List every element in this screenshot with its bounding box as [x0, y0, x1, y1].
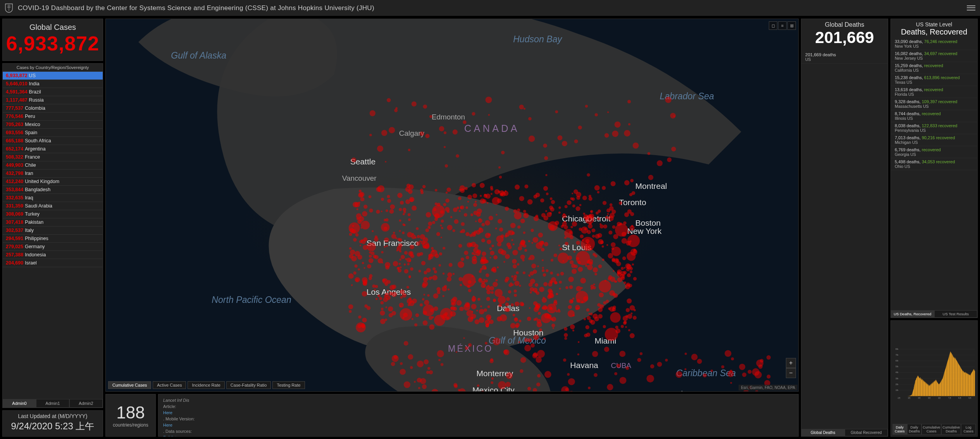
- basemap-icon[interactable]: ⊞: [787, 21, 796, 30]
- map-tab[interactable]: Cumulative Cases: [108, 381, 151, 389]
- svg-point-713: [629, 284, 632, 287]
- svg-point-340: [626, 308, 630, 312]
- chart-canvas[interactable]: 10k20k30k40k50k60k70k80k2月3月4月5月6月7月8月9月: [892, 324, 976, 424]
- svg-point-912: [424, 271, 427, 274]
- country-item[interactable]: 693,556Spain: [3, 129, 103, 137]
- deaths-tab[interactable]: Global Recovered: [845, 429, 888, 436]
- country-item[interactable]: 1,117,487Russia: [3, 96, 103, 104]
- country-item[interactable]: 432,798Iran: [3, 169, 103, 178]
- svg-point-65: [542, 267, 544, 269]
- map-tab[interactable]: Active Cases: [153, 381, 186, 389]
- country-item[interactable]: 776,546Peru: [3, 112, 103, 121]
- svg-point-658: [558, 252, 569, 264]
- admin-tab[interactable]: Admin2: [69, 399, 103, 408]
- state-item[interactable]: 15,238 deaths, 613,896 recoveredTexas US: [891, 74, 977, 86]
- chart-tab[interactable]: Daily Cases: [892, 424, 907, 435]
- state-list[interactable]: 33,090 deaths, 76,246 recoveredNew York …: [891, 38, 977, 310]
- chart-tab[interactable]: Cumulative Deaths: [941, 424, 961, 435]
- svg-point-512: [358, 268, 360, 270]
- country-list[interactable]: 6,933,872US5,646,010India4,591,364Brazil…: [3, 72, 103, 399]
- map-tab[interactable]: Case-Fatality Ratio: [226, 381, 271, 389]
- hamburger-menu-icon[interactable]: [967, 4, 975, 12]
- svg-text:30k: 30k: [896, 378, 899, 380]
- state-tab[interactable]: US Deaths, Recovered: [891, 310, 934, 318]
- country-item[interactable]: 5,646,010India: [3, 80, 103, 88]
- state-item[interactable]: 16,082 deaths, 34,697 recoveredNew Jerse…: [891, 50, 977, 62]
- map-panel[interactable]: Gulf of Alaska Hudson Bay North Pacific …: [105, 19, 799, 392]
- state-tab[interactable]: US Test Results: [934, 310, 978, 318]
- country-item[interactable]: 307,418Pakistan: [3, 218, 103, 226]
- svg-point-939: [528, 117, 532, 121]
- country-item[interactable]: 353,844Bangladesh: [3, 186, 103, 194]
- admin-tab[interactable]: Admin0: [3, 399, 36, 408]
- country-item[interactable]: 652,174Argentina: [3, 145, 103, 153]
- chart-tab[interactable]: Daily Deaths: [907, 424, 922, 435]
- svg-rect-1365: [952, 356, 953, 396]
- country-item[interactable]: 665,188South Africa: [3, 137, 103, 145]
- country-item[interactable]: 308,069Turkey: [3, 210, 103, 218]
- state-item[interactable]: 7,013 deaths, 90,216 recoveredMichigan U…: [891, 134, 977, 146]
- country-item[interactable]: 705,263Mexico: [3, 121, 103, 129]
- country-item[interactable]: 4,591,364Brazil: [3, 88, 103, 96]
- zoom-out-button[interactable]: −: [786, 368, 796, 378]
- svg-point-764: [387, 195, 390, 198]
- map-tab[interactable]: Testing Rate: [272, 381, 305, 389]
- state-item[interactable]: 15,259 deaths, recoveredCalifornia US: [891, 62, 977, 74]
- state-item[interactable]: 13,618 deaths, recoveredFlorida US: [891, 86, 977, 98]
- svg-point-868: [475, 251, 481, 256]
- country-item[interactable]: 777,537Colombia: [3, 104, 103, 112]
- global-deaths-list[interactable]: 201,669 deathsUS: [801, 51, 888, 429]
- country-item[interactable]: 204,690Israel: [3, 259, 103, 267]
- svg-rect-1269: [920, 377, 921, 396]
- svg-point-905: [400, 296, 403, 299]
- svg-point-1169: [594, 373, 598, 377]
- state-item[interactable]: 8,038 deaths, 122,833 recoveredPennsylva…: [891, 122, 977, 134]
- svg-point-521: [530, 271, 534, 276]
- state-item[interactable]: 6,769 deaths, recoveredGeorgia US: [891, 146, 977, 158]
- country-item[interactable]: 294,591Philippines: [3, 235, 103, 243]
- svg-point-928: [534, 195, 537, 199]
- deaths-tab[interactable]: Global Deaths: [801, 429, 845, 436]
- svg-point-839: [570, 226, 573, 228]
- country-item[interactable]: 412,240United Kingdom: [3, 178, 103, 186]
- country-item[interactable]: 331,359Saudi Arabia: [3, 202, 103, 210]
- svg-point-941: [529, 136, 535, 142]
- svg-point-859: [458, 261, 464, 268]
- svg-rect-1274: [922, 380, 922, 396]
- svg-point-408: [558, 245, 560, 247]
- legend-icon[interactable]: ≡: [778, 21, 787, 30]
- svg-point-515: [363, 282, 367, 286]
- country-item[interactable]: 302,537Italy: [3, 226, 103, 235]
- chart-tab[interactable]: Log Cases: [961, 424, 976, 435]
- bookmark-icon[interactable]: ◻: [769, 21, 777, 30]
- svg-point-61: [585, 325, 589, 329]
- country-item[interactable]: 508,322France: [3, 153, 103, 161]
- country-item[interactable]: 6,933,872US: [3, 72, 103, 80]
- svg-rect-1284: [925, 382, 926, 396]
- svg-point-97: [461, 258, 464, 261]
- svg-point-507: [491, 245, 494, 247]
- svg-point-164: [530, 287, 534, 291]
- country-item[interactable]: 257,388Indonesia: [3, 251, 103, 259]
- svg-point-537: [441, 220, 444, 223]
- country-item[interactable]: 279,025Germany: [3, 243, 103, 251]
- state-item[interactable]: 9,328 deaths, 109,397 recoveredMassachus…: [891, 98, 977, 110]
- svg-point-849: [460, 230, 462, 233]
- map-canvas[interactable]: Gulf of Alaska Hudson Bay North Pacific …: [106, 19, 798, 391]
- svg-point-732: [622, 256, 626, 260]
- state-item[interactable]: 33,090 deaths, 76,246 recoveredNew York …: [891, 38, 977, 50]
- svg-point-386: [376, 210, 380, 214]
- deaths-item[interactable]: 201,669 deathsUS: [801, 51, 888, 64]
- state-item[interactable]: 5,498 deaths, 34,053 recoveredOhio US: [891, 158, 977, 170]
- country-item[interactable]: 449,903Chile: [3, 161, 103, 169]
- svg-point-1082: [504, 349, 510, 355]
- admin-tab[interactable]: Admin1: [36, 399, 69, 408]
- zoom-in-button[interactable]: +: [786, 358, 796, 368]
- map-tab[interactable]: Incidence Rate: [188, 381, 224, 389]
- state-item[interactable]: 8,744 deaths, recoveredIllinois US: [891, 110, 977, 122]
- chart-tab[interactable]: Cumulative Cases: [921, 424, 941, 435]
- svg-rect-1369: [954, 358, 954, 396]
- country-item[interactable]: 332,635Iraq: [3, 194, 103, 202]
- svg-point-400: [519, 285, 521, 287]
- svg-point-911: [410, 254, 415, 258]
